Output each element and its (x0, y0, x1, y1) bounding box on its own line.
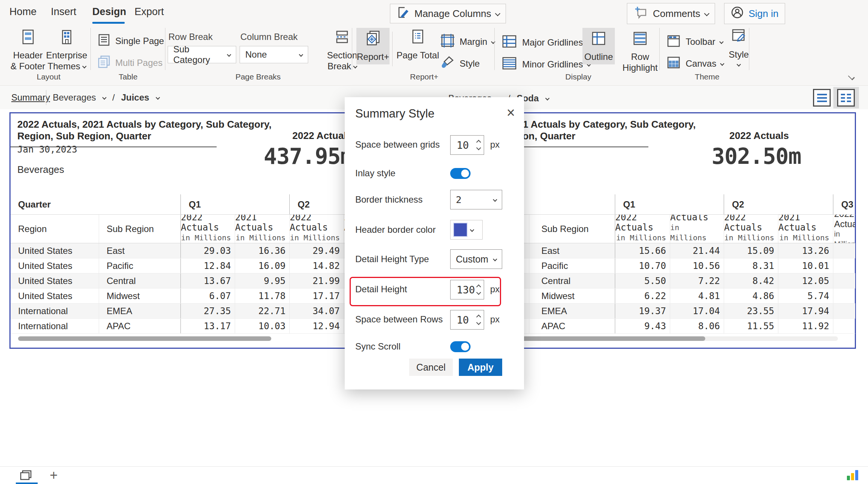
chevron-down-icon[interactable] (156, 95, 160, 99)
spinner-up-icon[interactable] (476, 140, 481, 145)
measure-header: 2021 Actualsin Millions (670, 215, 724, 243)
breadcrumb-subcategory[interactable]: Juices (121, 92, 149, 102)
measure-header-partial: 2022 Actualsin Millions (833, 215, 855, 243)
space-between-grids-input[interactable]: 10 (450, 135, 484, 155)
detail-height-value: 130 (451, 284, 477, 296)
header-footer-button[interactable]: Header & Footer (8, 29, 47, 72)
chevron-down-icon (848, 73, 855, 80)
group-label-page-breaks: Page Breaks (168, 72, 348, 81)
view-single-toggle[interactable] (813, 89, 831, 107)
major-gridlines-button[interactable]: Major Gridlines (501, 33, 590, 52)
page-total-button[interactable]: Page Total (396, 29, 440, 61)
left-grid-date: Jan 30,2023 (17, 144, 77, 155)
page-tab[interactable] (20, 470, 32, 482)
tab-export[interactable]: Export (134, 6, 164, 18)
close-icon[interactable]: × (507, 105, 515, 120)
style-button[interactable]: Style (440, 55, 480, 72)
style-brush-icon (440, 55, 455, 72)
measure-header: 2021 Actualsin Millions (778, 215, 833, 243)
group-divider (749, 28, 749, 70)
spinner-up-icon[interactable] (476, 315, 481, 319)
multi-pages-button[interactable]: Multi Pages (97, 55, 162, 71)
inlay-style-toggle[interactable] (450, 168, 471, 179)
minor-gridlines-button[interactable]: Minor Gridlines (501, 55, 590, 74)
header-footer-label-2: & Footer (11, 61, 45, 72)
title-rule (11, 147, 217, 147)
sync-scroll-toggle[interactable] (450, 341, 471, 352)
q3-header: Q3 (833, 194, 855, 214)
breadcrumb-category[interactable]: Beverages (53, 92, 96, 102)
app-window: Home Insert Design Export Manage Columns… (0, 0, 868, 484)
enterprise-themes-button[interactable]: Enterprise Themes (46, 29, 87, 72)
page-tab-icon (20, 470, 32, 481)
detail-height-input[interactable]: 130 (450, 280, 484, 299)
measure-header: 2022 Actualsin Millions (180, 215, 235, 243)
single-page-button[interactable]: Single Page (97, 33, 164, 49)
toolbar-button[interactable]: Toolbar (666, 33, 723, 50)
column-break-select[interactable]: None (240, 46, 308, 63)
q1-header: Q1 (180, 194, 289, 214)
chevron-down-icon (493, 197, 497, 202)
collapse-ribbon-button[interactable] (848, 74, 857, 79)
space-between-rows-value: 10 (451, 314, 477, 326)
canvas-button[interactable]: Canvas (666, 55, 724, 72)
detail-height-type-select[interactable]: Custom (450, 249, 502, 269)
manage-columns-button[interactable]: Manage Columns (390, 4, 506, 23)
outline-button[interactable]: Outline (582, 28, 615, 64)
spinner-down-icon[interactable] (476, 145, 481, 150)
chevron-down-icon (82, 64, 86, 68)
row-highlight-button[interactable]: Row Highlight (617, 28, 663, 75)
enterprise-themes-label: Enterprise (46, 50, 87, 61)
header-border-color-picker[interactable] (450, 220, 483, 240)
apply-button[interactable]: Apply (459, 359, 502, 376)
measure-header: 2022 Actualsin Millions (615, 215, 670, 243)
group-divider (165, 28, 165, 70)
outline-icon (590, 30, 607, 49)
space-between-rows-label: Space between Rows (355, 314, 443, 325)
cancel-button[interactable]: Cancel (409, 359, 453, 376)
margin-button[interactable]: Margin (440, 33, 495, 50)
header-border-color-label: Header border color (355, 224, 436, 235)
tab-home[interactable]: Home (9, 6, 37, 18)
group-label-table: Table (92, 72, 164, 81)
breadcrumb-summary-link[interactable]: Summary (11, 92, 50, 103)
spinner-down-icon[interactable] (476, 290, 481, 295)
chevron-down-icon (495, 11, 500, 16)
canvas-label: Canvas (686, 58, 716, 69)
space-between-rows-input[interactable]: 10 (450, 310, 484, 330)
group-label-display: Display (499, 72, 657, 81)
section-break-label: Section (327, 50, 357, 61)
spinner-down-icon[interactable] (476, 320, 481, 325)
theme-style-button[interactable]: Style (722, 28, 756, 66)
view-split-toggle[interactable] (837, 89, 855, 107)
sign-in-button[interactable]: Sign in (724, 3, 785, 24)
major-gridlines-label: Major Gridlines (522, 37, 583, 48)
chevron-down-icon (299, 52, 303, 56)
section-break-icon (334, 29, 350, 47)
report-plus-icon (365, 30, 381, 49)
chevron-down-icon (704, 11, 709, 16)
row-break-select[interactable]: Sub Category (168, 46, 236, 63)
manage-columns-label: Manage Columns (414, 8, 491, 20)
active-tab-indicator (92, 22, 125, 24)
multi-pages-label: Multi Pages (115, 58, 162, 68)
report-plus-button[interactable]: Report+ (356, 28, 390, 64)
spinner-up-icon[interactable] (476, 284, 481, 289)
chevron-down-icon (493, 257, 497, 261)
tab-insert[interactable]: Insert (51, 6, 76, 18)
tab-design[interactable]: Design (92, 6, 126, 18)
add-page-button[interactable]: + (50, 467, 58, 483)
chevron-down-icon (470, 227, 474, 232)
theme-style-icon (730, 28, 747, 47)
chevron-down-icon[interactable] (102, 95, 107, 99)
row-highlight-label-2: Highlight (622, 62, 657, 73)
border-thickness-select[interactable]: 2 (450, 190, 502, 209)
chevron-down-icon[interactable] (545, 96, 549, 100)
comments-button[interactable]: Comments (627, 3, 715, 24)
header-footer-icon (20, 29, 36, 47)
minor-gridlines-icon (501, 55, 518, 74)
q1-header: Q1 (615, 194, 724, 214)
report-plus-label: Report+ (357, 51, 389, 62)
horizontal-scrollbar[interactable] (18, 336, 271, 341)
multi-pages-icon (97, 55, 111, 71)
